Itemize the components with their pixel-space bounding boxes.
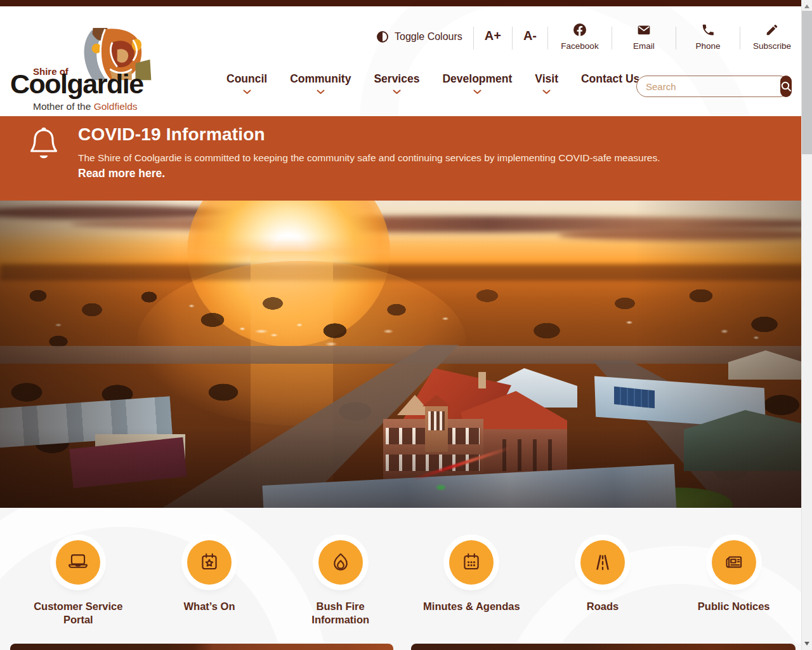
facebook-icon: [573, 23, 587, 37]
nav-item-services[interactable]: Services: [374, 72, 419, 95]
quick-links-row: Customer Service Portal What’s On: [13, 540, 799, 627]
site-logo[interactable]: Shire of Coolgardie Mother of the Goldfi…: [10, 25, 175, 114]
road-icon: [591, 551, 614, 574]
logo-tagline-highlight: Goldfields: [94, 101, 138, 112]
divider: [676, 27, 676, 50]
subscribe-link[interactable]: Subscribe: [751, 23, 793, 51]
scrollbar-down-arrow[interactable]: [804, 642, 809, 646]
toggle-colours-button[interactable]: Toggle Colours: [376, 23, 462, 43]
nav-item-development[interactable]: Development: [442, 72, 512, 95]
utility-bar: Toggle Colours A+ A- Facebook Email: [376, 23, 793, 51]
chevron-down-icon: [393, 90, 401, 95]
hero-image: [0, 201, 812, 508]
divider: [512, 27, 513, 50]
covid-alert-banner: COVID-19 Information The Shire of Coolga…: [0, 116, 812, 201]
quick-link-public-notices[interactable]: Public Notices: [668, 540, 799, 627]
alert-title: COVID-19 Information: [78, 124, 265, 145]
quick-link-bush-fire-information[interactable]: Bush Fire Information: [275, 540, 406, 627]
news-card-right[interactable]: [411, 644, 796, 650]
email-icon: [637, 23, 651, 37]
search-input[interactable]: [637, 76, 781, 96]
divider: [547, 27, 548, 50]
font-increase-button[interactable]: A+: [485, 23, 501, 43]
nav-item-contact-us[interactable]: Contact Us: [581, 72, 639, 95]
newspaper-icon: [723, 551, 745, 574]
calendar-star-icon: [198, 551, 221, 574]
bell-icon: [29, 126, 58, 162]
logo-name: Coolgardie: [10, 69, 143, 100]
quick-links-section: Customer Service Portal What’s On: [0, 508, 812, 644]
phone-link[interactable]: Phone: [687, 23, 729, 51]
pencil-icon: [765, 23, 779, 37]
nav-item-visit[interactable]: Visit: [535, 72, 558, 95]
vertical-scrollbar[interactable]: [801, 0, 812, 650]
chevron-down-icon: [317, 90, 325, 95]
alert-message: The Shire of Coolgardie is committed to …: [78, 152, 660, 164]
quick-link-minutes-agendas[interactable]: Minutes & Agendas: [406, 540, 537, 627]
divider: [740, 27, 740, 50]
contrast-icon: [376, 30, 389, 43]
quick-link-customer-service-portal[interactable]: Customer Service Portal: [13, 540, 144, 627]
site-header: Shire of Coolgardie Mother of the Goldfi…: [0, 6, 812, 116]
phone-icon: [701, 23, 715, 37]
chevron-down-icon: [542, 90, 551, 95]
news-card-left[interactable]: [10, 644, 393, 650]
page: Shire of Coolgardie Mother of the Goldfi…: [0, 0, 812, 650]
top-accent-bar: [0, 0, 812, 6]
quick-link-whats-on[interactable]: What’s On: [144, 540, 275, 627]
divider: [473, 27, 474, 50]
calendar-grid-icon: [460, 551, 483, 574]
scrollbar-thumb[interactable]: [802, 11, 812, 154]
laptop-icon: [67, 551, 89, 574]
facebook-link[interactable]: Facebook: [559, 23, 601, 51]
search-button[interactable]: [780, 76, 792, 97]
chevron-down-icon: [243, 90, 251, 95]
nav-item-community[interactable]: Community: [290, 72, 351, 95]
divider: [612, 27, 612, 50]
site-search: [636, 76, 790, 97]
nav-item-council[interactable]: Council: [226, 72, 267, 95]
flame-icon: [329, 551, 352, 574]
quick-link-roads[interactable]: Roads: [537, 540, 669, 627]
alert-read-more-link[interactable]: Read more here.: [78, 167, 165, 180]
logo-tagline: Mother of the Goldfields: [33, 101, 138, 112]
chevron-down-icon: [473, 90, 481, 95]
search-icon: [780, 81, 792, 92]
email-link[interactable]: Email: [623, 23, 665, 51]
scrollbar-up-arrow[interactable]: [804, 4, 809, 8]
font-decrease-button[interactable]: A-: [523, 23, 537, 43]
main-nav: Council Community Services Development V…: [226, 72, 639, 95]
